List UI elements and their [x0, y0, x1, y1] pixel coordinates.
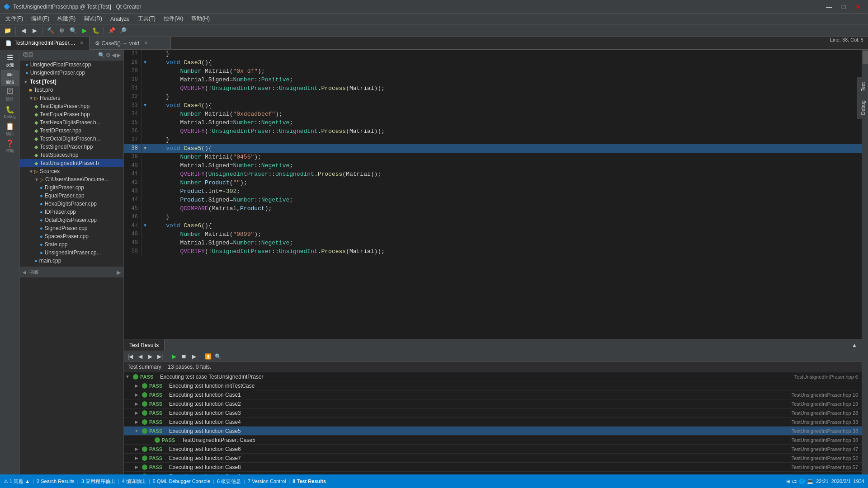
toolbar-open[interactable]: 📁: [3, 26, 13, 36]
tab-close-btn[interactable]: ✕: [80, 40, 84, 46]
tree-item-equal[interactable]: ● EqualPraser.cpp: [20, 192, 123, 200]
tree-item-digits[interactable]: ● DigitsPraser.cpp: [20, 183, 123, 192]
maximize-button[interactable]: □: [837, 0, 850, 13]
tab-test-results[interactable]: Test Results: [124, 339, 165, 351]
sidebar-icon-help[interactable]: ❓ 帮助: [1, 138, 19, 155]
tree-item-idpraser[interactable]: ● IDPraser.cpp: [20, 208, 123, 216]
result-expand-3[interactable]: ▶: [133, 399, 140, 408]
tree-item-testoctal[interactable]: ◆ TestOctalDigitsPraser.h...: [20, 135, 123, 143]
toolbar-settings[interactable]: ⚙: [57, 26, 67, 36]
tree-section-test[interactable]: ▼ Test [Test]: [20, 77, 123, 86]
tree-item-hexadigits[interactable]: ● HexaDigitsPraser.cpp: [20, 200, 123, 208]
tree-item-spaces[interactable]: ● SpacesPraser.cpp: [20, 232, 123, 240]
panel-btn-sync[interactable]: ⚙: [106, 52, 111, 58]
tree-folder-path[interactable]: ▼ ▷ C:\Users\hasee\Docume...: [20, 175, 123, 183]
tree-item-unsignedintpraser[interactable]: ● UnsignedIntPraser.cp...: [20, 249, 123, 257]
toolbar-run[interactable]: ▶: [80, 26, 90, 36]
result-expand-5[interactable]: ▶: [133, 418, 140, 427]
menu-item-b[interactable]: 构建(B): [54, 14, 79, 23]
toolbar-forward[interactable]: ▶: [30, 26, 40, 36]
result-row-6a[interactable]: PASS TestUnsignedIntPraser::Case5 TestUn…: [124, 436, 862, 445]
sidebar-icon-welcome[interactable]: ☰ 欢迎: [1, 52, 19, 69]
tree-item-testunsigned[interactable]: ◆ TestUnsignedIntPraser.h: [20, 159, 123, 167]
tree-item-testspaces[interactable]: ◆ TestSpaces.hpp: [20, 151, 123, 159]
tree-item-testsigned[interactable]: ◆ TestSignedPraser.hpp: [20, 143, 123, 151]
sidebar-icon-design[interactable]: 🖼 设计: [1, 87, 19, 103]
tree-item-unsignedFloat[interactable]: ● UnsignedFloatPraser.cpp: [20, 61, 123, 69]
toolbar-build[interactable]: 🔨: [46, 26, 56, 36]
taskbar-icon-1[interactable]: ⊞: [786, 479, 790, 484]
tree-folder-sources[interactable]: ▼ ▷ Sources: [20, 167, 123, 175]
menu-item-f[interactable]: 文件(F): [2, 14, 27, 23]
toolbar-pin[interactable]: 📌: [107, 26, 117, 36]
status-general[interactable]: 6 概要信息: [217, 478, 241, 485]
titlebar-controls[interactable]: — □ ✕: [823, 0, 864, 13]
status-compile-output[interactable]: 4 编译输出: [122, 478, 146, 485]
menu-item-t[interactable]: 工具(T): [134, 14, 159, 23]
panel-btn-open[interactable]: ▶: [117, 52, 121, 58]
taskbar-icon-3[interactable]: 🌐: [799, 479, 805, 484]
bookmarks-right[interactable]: ▶: [117, 269, 121, 276]
panel-btn-filter[interactable]: 🔍: [98, 52, 105, 58]
bookmarks-expand[interactable]: ◀: [23, 270, 26, 275]
menu-item-w[interactable]: 控件(W): [160, 14, 187, 23]
result-expand-2[interactable]: ▶: [133, 390, 140, 399]
tab-file[interactable]: 📄 TestUnsignedIntPraser.... ✕: [0, 37, 90, 50]
menu-item-d[interactable]: 调试(D): [80, 14, 106, 23]
tree-item-testhexadigits[interactable]: ◆ TestHexaDigitsPraser.h...: [20, 118, 123, 127]
status-version-control[interactable]: 7 Version Control: [248, 479, 286, 484]
status-test-results[interactable]: 8 Test Results: [292, 479, 326, 484]
result-expand-0[interactable]: ▼: [124, 372, 131, 381]
result-next-btn[interactable]: ▶: [146, 352, 155, 361]
tree-item-testequal[interactable]: ◆ TestEqualPraser.hpp: [20, 110, 123, 118]
result-first-btn[interactable]: |◀: [126, 352, 135, 361]
scrollbar-thumb[interactable]: [863, 51, 868, 64]
result-prev-btn[interactable]: ◀: [136, 352, 145, 361]
result-run-btn[interactable]: ▶: [170, 352, 179, 361]
menu-item-analyze[interactable]: Analyze: [107, 15, 133, 23]
toolbar-zoom[interactable]: 🔎: [118, 26, 128, 36]
tree-item-octal[interactable]: ● OctalDigitsPraser.cpp: [20, 216, 123, 224]
result-expand-9[interactable]: ▶: [133, 463, 140, 472]
result-row-4[interactable]: ▶ PASS Executing test function Case3 Tes…: [124, 408, 862, 418]
tab-func-close-btn[interactable]: ✕: [144, 40, 148, 46]
taskbar-icon-4[interactable]: 💻: [807, 479, 813, 484]
result-stop-btn[interactable]: ⏹: [179, 352, 189, 361]
tree-item-testdigits[interactable]: ◆ TestDigitsPraser.hpp: [20, 102, 123, 110]
tree-item-unsignedInt[interactable]: ● UnsignedIntPraser.cpp: [20, 69, 123, 77]
minimize-button[interactable]: —: [823, 0, 835, 13]
menu-item-e[interactable]: 编辑(E): [28, 14, 53, 23]
result-row-1[interactable]: ▶ PASS Executing test function initTestC…: [124, 381, 862, 390]
result-filter-btn[interactable]: 🔍: [213, 352, 222, 361]
result-last-btn[interactable]: ▶|: [156, 352, 165, 361]
result-row-5[interactable]: ▶ PASS Executing test function Case4 Tes…: [124, 418, 862, 427]
toolbar-debug[interactable]: 🐛: [91, 26, 101, 36]
result-jump-btn[interactable]: ⏫: [203, 352, 212, 361]
result-row-6[interactable]: ▼ PASS Executing test function Case5 Tes…: [124, 427, 862, 436]
result-expand-8[interactable]: ▶: [133, 454, 140, 463]
result-row-9[interactable]: ▶ PASS Executing test function Case8 Tes…: [124, 463, 862, 472]
result-row-7[interactable]: ▶ PASS Executing test function Case6 Tes…: [124, 445, 862, 454]
result-row-2[interactable]: ▶ PASS Executing test function Case1 Tes…: [124, 390, 862, 399]
result-expand-4[interactable]: ▶: [133, 408, 140, 418]
result-expand-1[interactable]: ▶: [133, 381, 140, 390]
tree-item-state[interactable]: ● State.cpp: [20, 240, 123, 249]
status-app-output[interactable]: 3 应用程序输出: [81, 478, 115, 485]
taskbar-icon-2[interactable]: 🗂: [792, 479, 797, 484]
result-row-8[interactable]: ▶ PASS Executing test function Case7 Tes…: [124, 454, 862, 463]
result-row-0[interactable]: ▼ PASS Executing test case TestUnsignedI…: [124, 372, 862, 381]
tab-func[interactable]: ⚙ Case5() → void ✕: [90, 37, 171, 49]
code-editor[interactable]: 27 } 28 ▼ void Case3(){ 29 Number Matria…: [124, 50, 862, 339]
tree-item-main[interactable]: ● main.cpp: [20, 257, 123, 265]
tree-item-test-pro[interactable]: ■ Test.pro: [20, 86, 123, 94]
sidebar-icon-edit[interactable]: ✏ 编辑: [1, 70, 19, 86]
close-button[interactable]: ✕: [852, 0, 864, 13]
result-rerun-btn[interactable]: ▶: [189, 352, 198, 361]
sidebar-icon-project[interactable]: 📋 项目: [1, 121, 19, 137]
toolbar-search[interactable]: 🔍: [68, 26, 78, 36]
status-problems[interactable]: ⚠ 1 问题 ▲: [4, 478, 30, 485]
bottom-collapse-btn[interactable]: ▲: [850, 341, 859, 350]
menu-item-h[interactable]: 帮助(H): [188, 14, 213, 23]
result-expand-7[interactable]: ▶: [133, 445, 140, 454]
result-row-3[interactable]: ▶ PASS Executing test function Case2 Tes…: [124, 399, 862, 408]
